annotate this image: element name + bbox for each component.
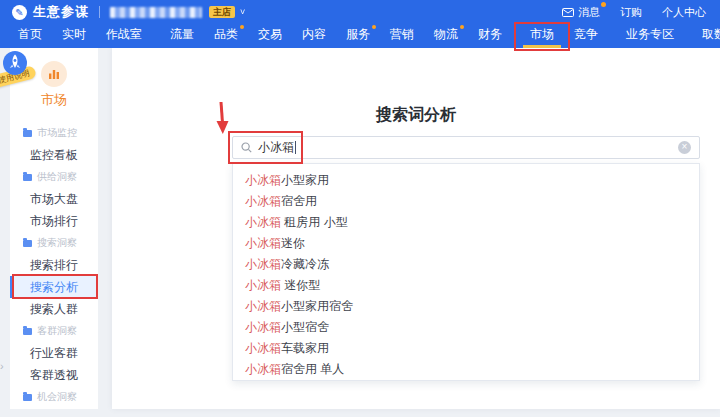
messages-label: 消息: [578, 5, 600, 20]
nav-item-label: 作战室: [106, 27, 142, 41]
nav-item-label: 财务: [478, 27, 502, 41]
nav-item-competition[interactable]: 竞争: [564, 21, 608, 48]
menu-section-customer-insight: 客群洞察: [10, 320, 98, 342]
menu-item-market-overview[interactable]: 市场大盘: [10, 188, 98, 210]
suggestion-item[interactable]: 小冰箱宿舍用 单人: [233, 359, 699, 380]
brand-name[interactable]: 生意参谋: [33, 3, 89, 21]
menu-item-market-ranking[interactable]: 市场排行: [10, 210, 98, 232]
usage-guide-rocket-icon[interactable]: [2, 50, 28, 80]
main-store-badge: 主店: [209, 6, 235, 18]
menu-section-opportunity-insight: 机会洞察: [10, 386, 98, 408]
nav-item-logistics[interactable]: 物流: [424, 21, 468, 48]
folder-icon: [23, 130, 32, 137]
brand-logo-icon: ✎: [12, 5, 27, 20]
suggestion-rest: 小型家用: [281, 173, 329, 187]
nav-item-home[interactable]: 首页: [8, 21, 52, 48]
nav-item-war-room[interactable]: 作战室: [96, 21, 152, 48]
folder-icon: [23, 174, 32, 181]
menu-item-search-ranking[interactable]: 搜索排行: [10, 254, 98, 276]
menu-label: 搜索洞察: [37, 236, 77, 250]
nav-item-label: 内容: [302, 27, 326, 41]
menu-label: 市场排行: [30, 214, 78, 228]
menu-item-customer-perspective[interactable]: 客群透视: [10, 364, 98, 386]
menu-label: 客群透视: [30, 368, 78, 382]
text-caret: [295, 141, 296, 154]
suggestion-item[interactable]: 小冰箱 租房用 小型: [233, 212, 699, 233]
suggestion-item[interactable]: 小冰箱小型家用: [233, 170, 699, 191]
nav-item-realtime[interactable]: 实时: [52, 21, 96, 48]
nav-item-content[interactable]: 内容: [292, 21, 336, 48]
nav-item-business-zone[interactable]: 业务专区: [616, 21, 684, 48]
nav-item-traffic[interactable]: 流量: [160, 21, 204, 48]
suggestion-item[interactable]: 小冰箱冷藏冷冻: [233, 254, 699, 275]
suggestion-item[interactable]: 小冰箱迷你: [233, 233, 699, 254]
menu-label: 机会洞察: [37, 390, 77, 404]
nav-item-label: 竞争: [574, 27, 598, 41]
clear-input-icon[interactable]: ×: [678, 141, 691, 154]
menu-item-search-audience[interactable]: 搜索人群: [10, 298, 98, 320]
suggestion-rest: 宿舍用: [281, 194, 317, 208]
menu-label: 搜索分析: [30, 280, 78, 294]
sidebar-collapse-handle[interactable]: ›: [0, 360, 4, 372]
suggestion-rest: 迷你: [281, 236, 305, 250]
topbar-account-row: ✎ 生意参谋 主店 ˅ 消息 订购 个人中心: [0, 0, 720, 21]
suggestion-match: 小冰箱: [245, 173, 281, 187]
suggestion-item[interactable]: 小冰箱宿舍用: [233, 191, 699, 212]
suggestion-rest: 迷你型: [281, 278, 320, 292]
profile-link[interactable]: 个人中心: [662, 5, 706, 20]
nav-item-label: 营销: [390, 27, 414, 41]
nav-item-trade[interactable]: 交易: [248, 21, 292, 48]
menu-label: 市场大盘: [30, 192, 78, 206]
menu-label: 行业客群: [30, 346, 78, 360]
nav-item-label: 市场: [530, 27, 554, 41]
nav-item-label: 品类: [214, 27, 238, 41]
sidebar-menu: 市场监控监控看板供给洞察市场大盘市场排行搜索洞察搜索排行搜索分析搜索人群客群洞察…: [10, 122, 98, 408]
page-title: 搜索词分析: [112, 48, 720, 126]
menu-section-supply-insight: 供给洞察: [10, 166, 98, 188]
suggestion-match: 小冰箱: [245, 278, 281, 292]
suggestion-match: 小冰箱: [245, 299, 281, 313]
sidebar: 市场 市场监控监控看板供给洞察市场大盘市场排行搜索洞察搜索排行搜索分析搜索人群客…: [10, 48, 98, 409]
suggestion-item[interactable]: 小冰箱车载家用: [233, 338, 699, 359]
messages-link[interactable]: 消息: [562, 5, 600, 20]
menu-item-monitor-board[interactable]: 监控看板: [10, 144, 98, 166]
nav-item-label: 交易: [258, 27, 282, 41]
suggestion-match: 小冰箱: [245, 320, 281, 334]
menu-item-industry-customer[interactable]: 行业客群: [10, 342, 98, 364]
menu-item-search-analysis[interactable]: 搜索分析: [10, 276, 98, 298]
menu-section-market-monitor: 市场监控: [10, 122, 98, 144]
nav-item-market[interactable]: 市场: [520, 21, 564, 48]
nav-item-service[interactable]: 服务: [336, 21, 380, 48]
notification-dot: [460, 25, 464, 29]
menu-label: 监控看板: [30, 148, 78, 162]
notification-dot: [372, 25, 376, 29]
topbar-divider: [99, 6, 100, 18]
suggestion-rest: 冷藏冷冻: [281, 257, 329, 271]
nav-item-finance[interactable]: 财务: [468, 21, 512, 48]
nav-item-label: 流量: [170, 27, 194, 41]
module-label: 市场: [10, 91, 98, 109]
search-value: 小冰箱: [258, 139, 294, 156]
suggestion-match: 小冰箱: [245, 236, 281, 250]
suggestion-rest: 宿舍用 单人: [281, 362, 344, 376]
folder-icon: [23, 394, 32, 401]
shop-switcher-chevron-icon[interactable]: ˅: [240, 7, 245, 17]
shop-name-redacted[interactable]: [110, 7, 202, 18]
suggestion-match: 小冰箱: [245, 362, 281, 376]
suggestions-dropdown: 小冰箱小型家用小冰箱宿舍用小冰箱 租房用 小型小冰箱迷你小冰箱冷藏冷冻小冰箱 迷…: [232, 163, 700, 381]
nav-item-marketing[interactable]: 营销: [380, 21, 424, 48]
suggestion-rest: 租房用 小型: [281, 215, 348, 229]
suggestion-match: 小冰箱: [245, 194, 281, 208]
search-icon: [241, 142, 252, 153]
suggestion-item[interactable]: 小冰箱小型家用宿舍: [233, 296, 699, 317]
suggestion-item[interactable]: 小冰箱小型宿舍: [233, 317, 699, 338]
search-input[interactable]: 小冰箱 ×: [232, 136, 700, 159]
nav-item-category[interactable]: 品类: [204, 21, 248, 48]
nav-item-label: 首页: [18, 27, 42, 41]
subscribe-link[interactable]: 订购: [620, 5, 642, 20]
suggestion-item[interactable]: 小冰箱 迷你型: [233, 275, 699, 296]
menu-label: 客群洞察: [37, 324, 77, 338]
primary-nav: 首页实时作战室流量品类交易内容服务营销物流财务市场竞争业务专区取数: [0, 21, 720, 48]
nav-item-data-extract[interactable]: 取数: [692, 21, 720, 48]
notification-dot: [240, 25, 244, 29]
